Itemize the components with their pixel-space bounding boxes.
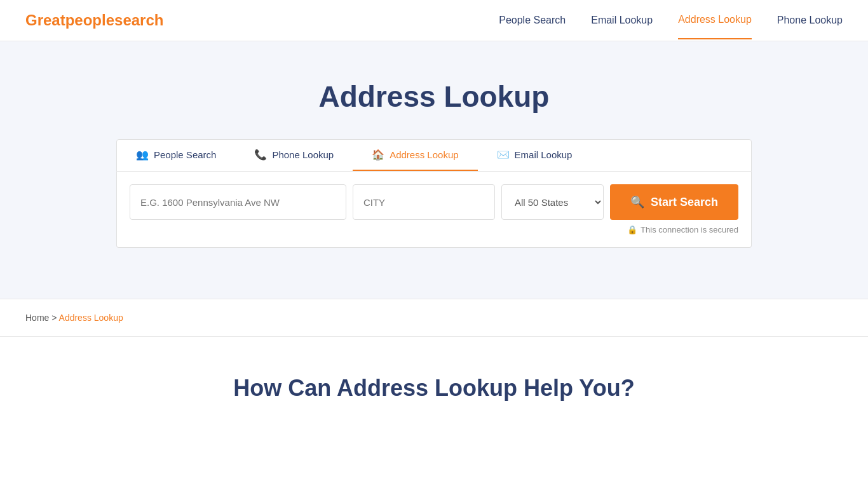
phone-icon: 📞	[254, 149, 267, 161]
search-icon: 🔍	[630, 195, 644, 209]
main-nav: People Search Email Lookup Address Looku…	[499, 1, 843, 39]
site-header: Greatpeoplesearch People Search Email Lo…	[0, 0, 868, 41]
start-search-button[interactable]: 🔍 Start Search	[610, 184, 738, 220]
tab-email-lookup[interactable]: ✉️ Email Lookup	[478, 140, 592, 171]
breadcrumb-home[interactable]: Home	[25, 313, 49, 323]
breadcrumb-current: Address Lookup	[59, 313, 123, 323]
tab-address-lookup-label: Address Lookup	[390, 149, 458, 160]
email-icon: ✉️	[497, 149, 510, 161]
lock-icon: 🔒	[627, 225, 637, 234]
tab-phone-lookup[interactable]: 📞 Phone Lookup	[235, 140, 353, 171]
page-title: Address Lookup	[25, 79, 843, 114]
state-select[interactable]: All 50 States Alabama Alaska Arizona Ark…	[501, 184, 604, 220]
nav-email-lookup[interactable]: Email Lookup	[591, 2, 653, 39]
hero-section: Address Lookup 👥 People Search 📞 Phone L…	[0, 41, 868, 299]
breadcrumb: Home > Address Lookup	[25, 313, 123, 323]
secure-notice: 🔒 This connection is secured	[130, 225, 738, 234]
site-logo[interactable]: Greatpeoplesearch	[25, 11, 163, 29]
tab-people-search-label: People Search	[154, 149, 216, 160]
bottom-title: How Can Address Lookup Help You?	[25, 375, 843, 402]
secure-text: This connection is secured	[641, 225, 738, 234]
nav-address-lookup[interactable]: Address Lookup	[678, 1, 752, 39]
search-row: All 50 States Alabama Alaska Arizona Ark…	[130, 184, 738, 220]
tab-people-search[interactable]: 👥 People Search	[117, 140, 235, 171]
people-icon: 👥	[136, 149, 149, 161]
tab-address-lookup[interactable]: 🏠 Address Lookup	[353, 140, 477, 171]
tab-phone-lookup-label: Phone Lookup	[272, 149, 334, 160]
city-input[interactable]	[353, 184, 495, 220]
search-form: All 50 States Alabama Alaska Arizona Ark…	[116, 172, 752, 248]
bottom-section: How Can Address Lookup Help You?	[0, 337, 868, 440]
home-icon: 🏠	[372, 149, 384, 161]
search-tab-bar: 👥 People Search 📞 Phone Lookup 🏠 Address…	[116, 139, 752, 172]
address-input[interactable]	[130, 184, 346, 220]
search-button-label: Start Search	[651, 196, 718, 209]
nav-people-search[interactable]: People Search	[499, 2, 566, 39]
tab-email-lookup-label: Email Lookup	[515, 149, 573, 160]
nav-phone-lookup[interactable]: Phone Lookup	[777, 2, 843, 39]
breadcrumb-section: Home > Address Lookup	[0, 299, 868, 336]
breadcrumb-separator: >	[51, 313, 58, 323]
